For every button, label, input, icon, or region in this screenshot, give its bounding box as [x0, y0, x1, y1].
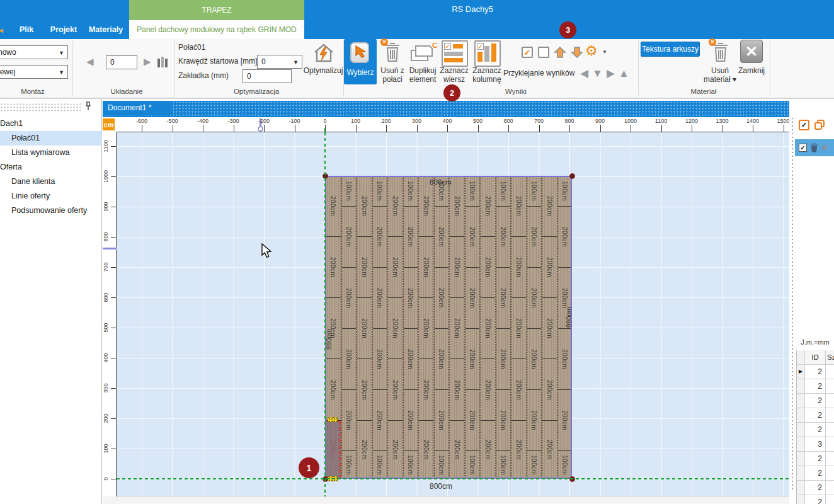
sheet-list-row[interactable]: ✓ ✕ [795, 139, 834, 156]
roof-panel[interactable]: 200cm [542, 176, 557, 237]
roof-panel[interactable]: 100cm [527, 176, 542, 207]
roof-panel[interactable]: 100cm [342, 176, 357, 207]
unchecked-box-icon[interactable] [538, 47, 549, 58]
arrow-up-icon[interactable] [554, 46, 566, 59]
roof-panel[interactable]: 200cm [342, 207, 357, 268]
roof-panel[interactable]: 200cm [388, 298, 403, 359]
menu-materialy[interactable]: Materiały [86, 20, 126, 39]
roof-panel[interactable]: 200cm [527, 268, 542, 329]
table-row[interactable]: 2 [797, 481, 834, 495]
panel-column[interactable]: 200cm200cm200cm200cm200cm [479, 176, 495, 479]
roof-panel[interactable]: 200cm [511, 237, 526, 298]
menu-projekt[interactable]: Projekt [45, 20, 82, 39]
roof-panel[interactable]: 200cm [481, 176, 495, 237]
roof-panel[interactable]: 200cm [511, 421, 526, 479]
table-row[interactable]: 2 [797, 394, 834, 408]
row-selector[interactable] [797, 423, 805, 437]
panel-column[interactable]: 200cm200cm200cm200cm200cm [325, 176, 341, 479]
roof-panel[interactable]: 200cm [481, 298, 495, 359]
roof-panel[interactable]: 200cm [357, 298, 372, 359]
row-selector[interactable]: ▶ [797, 365, 805, 379]
roof-panel[interactable]: 100cm [496, 451, 511, 479]
roof-panel[interactable]: 200cm [450, 237, 464, 298]
roof-panel[interactable]: 100cm [373, 176, 387, 207]
table-row[interactable]: 2 [797, 495, 834, 504]
roof-panel[interactable]: 100cm [466, 176, 480, 207]
table-row[interactable]: 2 [797, 452, 834, 466]
roof-panel[interactable]: 200cm [404, 207, 418, 268]
roof-panel[interactable]: 200cm [527, 390, 542, 451]
optimize-button[interactable]: Optymalizuj [305, 40, 341, 76]
roof-panel[interactable]: 200cm [481, 237, 495, 298]
tree-item-oferta[interactable]: Oferta [0, 160, 102, 175]
roof-panel[interactable]: 200cm [496, 390, 511, 451]
roof-panel[interactable]: 200cm [325, 176, 341, 237]
roof-panel[interactable]: 200cm [542, 237, 557, 298]
table-row[interactable]: 2 [797, 379, 834, 394]
roof-panel[interactable]: 200cm [542, 421, 557, 479]
table-row[interactable]: 2 [797, 466, 834, 481]
roof-panel[interactable]: 200cm [373, 329, 387, 390]
roof-panel[interactable]: 200cm [419, 237, 433, 298]
panel-column[interactable]: 200cm200cm200cm200cm200cm [448, 176, 464, 479]
roof-panel[interactable]: 200cm [419, 298, 433, 359]
remove-material-button[interactable]: ✕ Usuńmateriał ▾ [704, 39, 736, 86]
panel-column[interactable]: 100cm200cm200cm200cm200cm100cm [341, 176, 357, 479]
roof-panel[interactable]: 200cm [388, 237, 403, 298]
document-tab[interactable]: Document1 * [103, 101, 171, 115]
montage-side-select[interactable]: lewej▼ [0, 65, 68, 79]
context-tab-trapez[interactable]: TRAPEZ [129, 0, 304, 20]
roof-panel[interactable]: 200cm [373, 390, 387, 451]
panel-column[interactable]: 200cm200cm200cm200cm200cm [356, 176, 372, 479]
tree-item-lista-wymiarowa[interactable]: Lista wymiarowa [0, 146, 102, 160]
roof-panel[interactable]: 200cm [496, 268, 511, 329]
roof-panel[interactable]: 200cm [404, 268, 418, 329]
ribbon-tab-active[interactable]: Panel dachowy modułowy na rąbek GRIN MOD [129, 20, 304, 39]
roof-panel[interactable]: 200cm [496, 329, 511, 390]
roof-panel[interactable]: 200cm [466, 390, 480, 451]
remove-from-surface-button[interactable]: ✕ Usuń zpołaci [378, 39, 407, 86]
row-selector[interactable] [797, 481, 805, 495]
panel-column[interactable]: 200cm200cm200cm200cm200cm [510, 176, 526, 479]
roof-panel[interactable]: 200cm [357, 421, 372, 479]
roof-panel[interactable]: 200cm [496, 207, 511, 268]
roof-panel[interactable]: 200cm [511, 298, 526, 359]
roof-panel[interactable]: 200cm [542, 298, 557, 359]
selected-panel[interactable]: 200cm [325, 421, 341, 479]
tree-item-dane-klienta[interactable]: Dane klienta [0, 175, 102, 189]
panel-splitter[interactable] [789, 99, 796, 504]
gear-dropdown-caret-icon[interactable]: ▼ [602, 49, 607, 55]
select-tool-button[interactable]: Wybierz [344, 39, 377, 84]
roof-panel[interactable]: 200cm [558, 207, 573, 268]
roof-panel[interactable]: 200cm [342, 390, 357, 451]
panel-column[interactable]: 100cm200cm200cm200cm200cm100cm [433, 176, 449, 479]
select-column-button[interactable]: ✓ Zaznaczkolumnę [471, 39, 503, 86]
row-selector[interactable] [797, 452, 805, 466]
duplicate-sheets-icon[interactable] [814, 120, 825, 130]
roof-panel[interactable]: 200cm [450, 360, 464, 421]
row-selector[interactable] [797, 394, 805, 408]
panel-grip[interactable] [0, 103, 81, 112]
roof-panel[interactable]: 200cm [466, 207, 480, 268]
checked-box-icon[interactable]: ✓ [522, 47, 533, 58]
roof-panel[interactable]: 200cm [558, 329, 573, 390]
panel-column[interactable]: 100cm200cm200cm200cm200cm100cm [526, 176, 542, 479]
start-edge-select[interactable]: 0▼ [257, 55, 302, 69]
overlap-input[interactable]: 0 [243, 69, 292, 83]
roof-panel[interactable]: 200cm [511, 360, 526, 421]
panel-column[interactable]: 100cm200cm200cm200cm200cm100cm [464, 176, 480, 479]
select-row-button[interactable]: ✓ Zaznaczwiersz [440, 39, 469, 86]
roof-panel[interactable]: 200cm [527, 329, 542, 390]
panel-column[interactable]: 200cm200cm200cm200cm200cm [418, 176, 433, 479]
roof-panel[interactable]: 100cm [527, 451, 542, 479]
roof-panel[interactable]: 200cm [325, 360, 341, 421]
roof-panel[interactable]: 200cm [404, 329, 418, 390]
delete-x-icon[interactable]: ✕ [821, 142, 828, 152]
columns-icon[interactable] [157, 57, 168, 70]
panel-column[interactable]: 200cm200cm200cm200cm200cm [541, 176, 557, 479]
montage-mode-select[interactable]: nowo▼ [0, 45, 68, 59]
roof-panel[interactable]: 200cm [542, 360, 557, 421]
roof-panel[interactable]: 200cm [342, 268, 357, 329]
roof-panel[interactable]: 200cm [527, 207, 542, 268]
roof-panel[interactable]: 200cm [404, 390, 418, 451]
